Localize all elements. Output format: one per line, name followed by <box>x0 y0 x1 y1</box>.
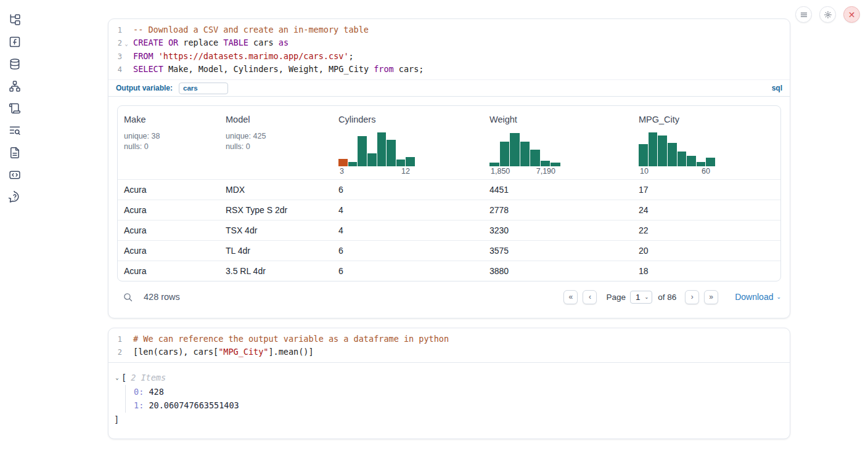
tree-entries: 0: 4281: 20.060747663551403 <box>125 385 781 413</box>
histogram-bar <box>387 140 396 166</box>
table-cell: RSX Type S 2dr <box>219 205 332 215</box>
histogram-bar <box>396 160 406 166</box>
column-header-weight[interactable]: Weight1,8507,190 <box>483 115 633 176</box>
line-number: 1 <box>108 333 122 346</box>
sql-code-editor[interactable]: 1-- Download a CSV and create an in-memo… <box>108 19 790 79</box>
histogram-bar <box>706 158 715 166</box>
line-number: 3 <box>108 50 122 63</box>
page-select[interactable]: 1 ⌄ <box>630 291 652 304</box>
table-cell: Acura <box>118 246 219 256</box>
code-line[interactable]: 1# We can reference the output variable … <box>108 333 790 346</box>
data-sources-icon[interactable] <box>9 58 21 70</box>
column-header-make[interactable]: Makeunique: 38nulls: 0 <box>118 115 219 176</box>
output-variable-row: Output variable: sql <box>108 79 790 97</box>
histogram-bar <box>377 132 387 166</box>
table-cell: 20 <box>633 246 780 256</box>
table-row[interactable]: AcuraRSX Type S 2dr4277824 <box>118 200 780 220</box>
axis-min-label: 3 <box>340 167 344 176</box>
data-table: Makeunique: 38nulls: 0Modelunique: 425nu… <box>117 105 781 281</box>
histogram-bar <box>510 133 520 166</box>
code-text: # We can reference the output variable a… <box>131 333 449 346</box>
table-cell: 3.5 RL 4dr <box>219 266 332 276</box>
download-label: Download <box>735 292 773 302</box>
code-text: SELECT Make, Model, Cylinders, Weight, M… <box>131 63 424 76</box>
table-row[interactable]: AcuraMDX6445117 <box>118 179 780 200</box>
tree-entry-key: 1: <box>134 400 149 410</box>
next-page-button[interactable]: › <box>685 290 699 304</box>
scratchpad-icon[interactable] <box>9 102 21 115</box>
column-title: Weight <box>489 115 626 124</box>
output-variable-input[interactable] <box>179 83 228 94</box>
column-histogram[interactable]: 312 <box>338 131 415 176</box>
variables-icon[interactable] <box>9 36 21 48</box>
table-cell: Acura <box>118 266 219 276</box>
sql-output-area: Makeunique: 38nulls: 0Modelunique: 425nu… <box>108 97 790 307</box>
histogram-axis-labels: 1060 <box>639 167 715 176</box>
sql-cell: 1-- Download a CSV and create an in-memo… <box>108 18 790 318</box>
code-line[interactable]: 3FROM 'https://datasets.marimo.app/cars.… <box>108 50 790 63</box>
language-badge[interactable]: sql <box>772 84 782 92</box>
table-row[interactable]: Acura3.5 RL 4dr6388018 <box>118 261 780 281</box>
table-cell: 3230 <box>483 225 633 235</box>
search-icon[interactable] <box>123 292 133 302</box>
column-header-cylinders[interactable]: Cylinders312 <box>332 115 483 176</box>
column-stat: nulls: 0 <box>124 142 213 152</box>
column-header-mpg_city[interactable]: MPG_City1060 <box>633 115 780 176</box>
file-explorer-icon[interactable] <box>9 14 21 26</box>
first-page-button[interactable]: « <box>563 290 578 304</box>
table-cell: 6 <box>332 266 483 276</box>
documentation-icon[interactable] <box>9 147 21 159</box>
snippets-icon[interactable] <box>9 169 21 181</box>
code-line[interactable]: 2[len(cars), cars["MPG_City"].mean()] <box>108 346 790 358</box>
line-number: 1 <box>108 23 122 36</box>
column-histogram[interactable]: 1060 <box>639 131 715 176</box>
chevron-down-icon: ⌄ <box>776 294 781 300</box>
previous-page-button[interactable]: ‹ <box>583 290 597 304</box>
fold-chevron-icon[interactable]: ⌄ <box>122 36 131 50</box>
histogram-bar <box>500 142 510 166</box>
code-line[interactable]: 2⌄CREATE OR replace TABLE cars as <box>108 36 790 50</box>
output-variable-label: Output variable: <box>116 84 173 92</box>
collapse-chevron-icon[interactable]: ⌄ <box>113 371 121 385</box>
shutdown-button[interactable]: ✕ <box>843 6 860 23</box>
histogram-axis-labels: 312 <box>338 167 415 176</box>
table-cell: Acura <box>118 185 219 195</box>
tree-entry[interactable]: 0: 428 <box>134 385 781 399</box>
column-header-model[interactable]: Modelunique: 425nulls: 0 <box>219 115 332 176</box>
tree-entry[interactable]: 1: 20.060747663551403 <box>134 398 781 413</box>
python-output-tree: ⌄ [ 2 Items 0: 4281: 20.060747663551403 … <box>108 363 790 426</box>
table-cell: 3880 <box>483 266 633 276</box>
axis-min-label: 10 <box>640 167 649 176</box>
logs-icon[interactable] <box>9 124 21 137</box>
histogram-bar <box>520 142 530 166</box>
table-cell: 17 <box>633 185 780 195</box>
table-row[interactable]: AcuraTSX 4dr4323022 <box>118 220 780 240</box>
column-histogram[interactable]: 1,8507,190 <box>489 131 560 176</box>
download-button[interactable]: Download ⌄ <box>735 292 781 302</box>
page-total: of 86 <box>658 293 676 302</box>
code-line[interactable]: 1-- Download a CSV and create an in-memo… <box>108 23 790 36</box>
table-cell: 24 <box>633 205 780 215</box>
table-cell: 4 <box>332 225 483 235</box>
notebook-actions: ✕ <box>795 6 860 23</box>
last-page-button[interactable]: » <box>704 290 718 304</box>
table-row[interactable]: AcuraTL 4dr6357520 <box>118 240 780 261</box>
code-text: CREATE OR replace TABLE cars as <box>131 36 289 50</box>
table-cell: 2778 <box>483 205 633 215</box>
table-cell: 3575 <box>483 246 633 256</box>
tree-entry-value: 428 <box>149 387 163 397</box>
menu-button[interactable] <box>795 6 812 23</box>
column-stat: unique: 425 <box>226 131 326 142</box>
fold-slot <box>122 333 131 346</box>
settings-button[interactable] <box>819 6 836 23</box>
python-code-editor[interactable]: 1# We can reference the output variable … <box>108 328 790 362</box>
histogram-bar <box>367 153 377 166</box>
help-icon[interactable] <box>9 191 21 203</box>
histogram-bar <box>649 132 658 166</box>
code-line[interactable]: 4SELECT Make, Model, Cylinders, Weight, … <box>108 63 790 76</box>
dependency-graph-icon[interactable] <box>9 80 21 92</box>
histogram-axis-labels: 1,8507,190 <box>489 167 560 176</box>
previous-page-icon: ‹ <box>589 293 591 301</box>
histogram-bar <box>489 163 499 166</box>
code-text: FROM 'https://datasets.marimo.app/cars.c… <box>131 50 354 63</box>
